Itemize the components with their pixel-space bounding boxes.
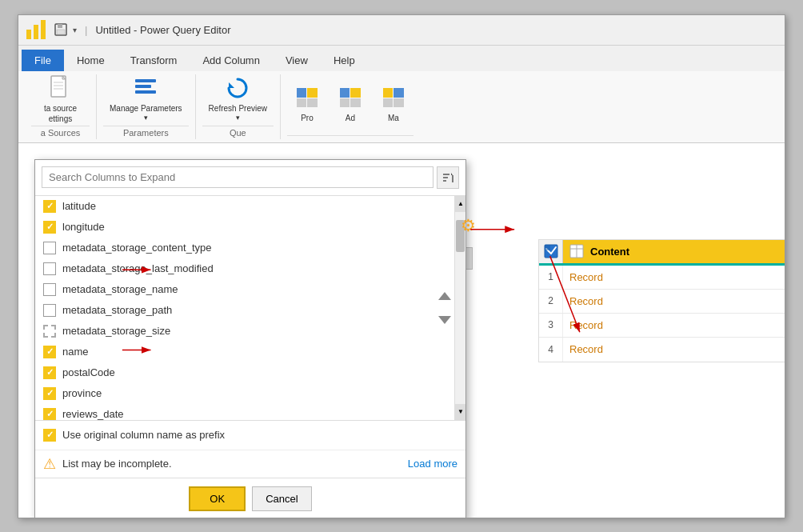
properties-icon (294, 85, 320, 110)
list-item[interactable]: ✓ longitude (35, 217, 465, 238)
manage-parameters-label: Manage Parameters (110, 103, 182, 114)
ribbon-group-datasource: ta sourceettings a Sources (25, 74, 97, 139)
item-checkbox[interactable] (43, 262, 56, 275)
manage-params-icon (133, 76, 158, 100)
item-label: metadata_storage_content_type (62, 242, 211, 254)
ribbon-tabs: File Home Transform Add Column View Help (18, 46, 785, 71)
ribbon-group-parameters: Manage Parameters ▾ Parameters (97, 74, 196, 139)
ok-button[interactable]: OK (189, 486, 246, 511)
svg-rect-18 (545, 245, 550, 250)
search-input[interactable] (42, 166, 433, 188)
item-label: latitude (62, 200, 96, 212)
expand-dialog: ✓ latitude ✓ longitude metadata_storage_… (34, 159, 466, 518)
item-checkbox[interactable]: ✓ (43, 366, 56, 379)
prefix-checkbox[interactable]: ✓ (43, 429, 56, 442)
datasource-buttons: ta sourceettings (38, 74, 83, 124)
list-item[interactable]: metadata_storage_content_type (35, 238, 465, 258)
item-checkbox[interactable]: ✓ (43, 221, 56, 234)
more-buttons: Pro Ad (287, 74, 413, 134)
app-window: ▾ | Untitled - Power Query Editor File H… (18, 14, 785, 518)
list-item[interactable]: ✓ province (35, 383, 465, 404)
row-number: 2 (539, 290, 563, 313)
item-checkbox[interactable] (43, 304, 56, 317)
item-label: longitude (62, 221, 105, 233)
svg-rect-2 (41, 20, 46, 39)
scroll-up-arrow[interactable] (438, 292, 451, 300)
list-item[interactable]: metadata_storage_size (35, 321, 465, 342)
scrollbar-thumb[interactable] (456, 220, 465, 252)
list-item[interactable]: ✓ name (35, 342, 465, 362)
list-scrollbar[interactable]: ▲ ▼ (454, 196, 465, 420)
grid-row: 2 Record (539, 290, 785, 314)
manage-icon (381, 85, 406, 110)
row-cell[interactable]: Record (563, 295, 785, 307)
row-cell[interactable]: Record (563, 343, 785, 355)
dialog-search-area (35, 160, 465, 196)
svg-rect-0 (26, 30, 31, 39)
tab-file[interactable]: File (22, 50, 64, 71)
svg-rect-12 (135, 85, 151, 88)
more-group-label (287, 135, 413, 139)
scrollbar-up[interactable]: ▲ (455, 196, 465, 212)
refresh-group-label: Que (202, 126, 274, 139)
row-cell[interactable]: Record (563, 271, 785, 283)
save-button[interactable] (52, 21, 70, 38)
list-item[interactable]: metadata_storage_name (35, 279, 465, 300)
grid-row: 4 Record (539, 338, 785, 362)
load-more-link[interactable]: Load more (408, 458, 457, 470)
tab-transform[interactable]: Transform (118, 50, 190, 71)
cancel-button[interactable]: Cancel (252, 486, 311, 511)
data-source-settings-button[interactable]: ta sourceettings (38, 75, 83, 123)
list-item[interactable]: metadata_storage_last_modified (35, 258, 465, 279)
parameters-group-label: Parameters (103, 126, 189, 139)
advanced-button[interactable]: Ad (330, 80, 370, 128)
row-number: 4 (539, 338, 563, 362)
datasource-group-label: a Sources (31, 126, 90, 139)
tab-home[interactable]: Home (64, 50, 118, 71)
list-item[interactable]: ✓ latitude (35, 196, 465, 217)
svg-rect-5 (57, 30, 65, 34)
refresh-preview-dropdown: ▾ (236, 114, 240, 122)
item-checkbox[interactable]: ✓ (43, 200, 56, 213)
prefix-label: Use original column name as prefix (62, 429, 225, 441)
grid-header-selector[interactable] (539, 240, 563, 263)
list-item[interactable]: ✓ postalCode (35, 362, 465, 383)
warning-row: ⚠ List may be incomplete. Load more (35, 450, 465, 478)
refresh-preview-button[interactable]: Refresh Preview ▾ (202, 75, 274, 123)
prefix-row: ✓ Use original column name as prefix (35, 420, 465, 450)
grid-row: 3 Record (539, 314, 785, 338)
manage-button[interactable]: Ma (374, 80, 413, 128)
svg-rect-11 (135, 79, 156, 82)
list-item[interactable]: ✓ reviews_date (35, 404, 465, 420)
quick-access-dropdown[interactable]: ▾ (73, 26, 77, 34)
grid-row: 1 Record (539, 266, 785, 290)
tab-add-column[interactable]: Add Column (190, 50, 273, 71)
svg-rect-4 (58, 24, 62, 28)
properties-button[interactable]: Pro (287, 80, 327, 128)
sort-button[interactable] (437, 166, 459, 189)
grid-column-header: Content (563, 240, 785, 263)
properties-label: Pro (301, 114, 314, 122)
tab-help[interactable]: Help (321, 50, 368, 71)
app-title: Untitled - Power Query Editor (95, 24, 230, 36)
item-label: metadata_storage_name (62, 283, 178, 295)
item-checkbox[interactable] (43, 242, 56, 254)
dialog-list: ✓ latitude ✓ longitude metadata_storage_… (35, 196, 465, 420)
tab-view[interactable]: View (273, 50, 321, 71)
manage-label: Ma (388, 114, 399, 122)
row-cell[interactable]: Record (563, 319, 785, 331)
advanced-icon (338, 85, 363, 110)
item-checkbox[interactable]: ✓ (43, 387, 56, 400)
scrollbar-down[interactable]: ▼ (455, 404, 465, 420)
item-label: name (62, 346, 89, 358)
item-checkbox[interactable]: ✓ (43, 408, 56, 420)
manage-parameters-button[interactable]: Manage Parameters ▾ (103, 75, 189, 123)
item-checkbox[interactable]: ✓ (43, 346, 56, 358)
refresh-preview-label: Refresh Preview (209, 103, 267, 114)
item-checkbox[interactable] (43, 283, 56, 296)
item-label: metadata_storage_path (62, 304, 172, 316)
svg-marker-14 (229, 82, 234, 88)
scroll-down-arrow[interactable] (438, 316, 451, 324)
item-checkbox-dashed[interactable] (43, 325, 56, 338)
list-item[interactable]: metadata_storage_path (35, 300, 465, 321)
